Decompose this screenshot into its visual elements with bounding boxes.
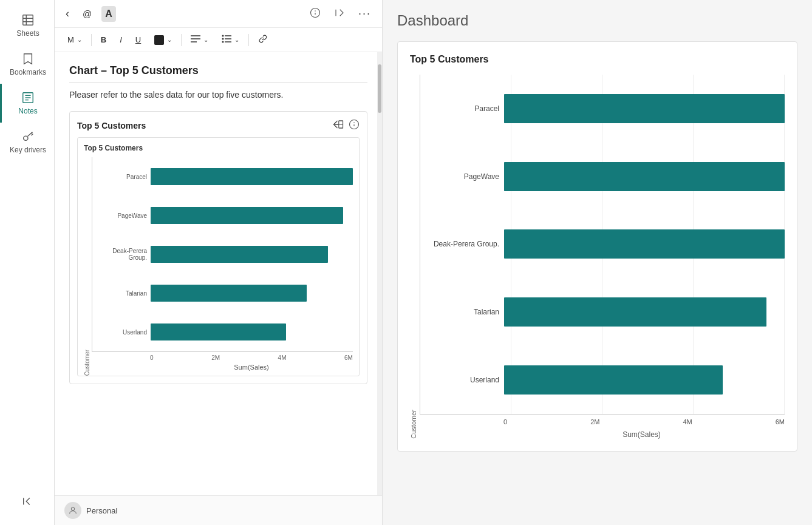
more-button[interactable]: ··· xyxy=(355,5,375,22)
sidebar-item-sheets[interactable]: Sheets xyxy=(0,6,54,45)
mini-chart-wrap: Top 5 Customers Customer Paracel PageWav… xyxy=(77,137,360,376)
list-item: Userland xyxy=(420,363,785,397)
mini-y-axis-label: Customer xyxy=(84,350,90,376)
mini-bars-area: Paracel PageWave Deak-Perera Group. xyxy=(92,157,353,352)
back-button[interactable]: ‹ xyxy=(62,5,73,22)
list-icon xyxy=(222,35,231,45)
list-item: Paracel xyxy=(420,92,785,126)
personal-footer: Personal xyxy=(55,495,382,525)
more-icon: ··· xyxy=(358,7,371,20)
embedded-chart-card: Top 5 Customers Top 5 Customers Customer xyxy=(69,111,367,384)
sheets-icon xyxy=(21,13,35,27)
italic-icon: I xyxy=(120,35,122,44)
mini-bar-talarian xyxy=(151,285,307,302)
sidebar-item-notes[interactable]: Notes xyxy=(0,84,54,123)
svg-line-10 xyxy=(31,132,33,134)
svg-point-21 xyxy=(222,35,224,37)
at-icon: @ xyxy=(83,8,92,19)
mini-x-axis: 0 2M 4M 6M xyxy=(92,352,353,362)
at-button[interactable]: @ xyxy=(79,6,95,21)
sidebar: Sheets Bookmarks Notes Key drivers xyxy=(0,0,55,525)
sidebar-item-sheets-label: Sheets xyxy=(16,29,39,38)
personal-label: Personal xyxy=(86,506,117,515)
list-dropdown[interactable]: ⌄ xyxy=(216,32,245,48)
notes-icon xyxy=(21,91,35,104)
svg-rect-0 xyxy=(23,15,33,25)
info-button[interactable] xyxy=(306,5,324,22)
align-icon xyxy=(191,35,200,45)
back-icon: ‹ xyxy=(66,7,69,20)
list-item: Deak-Perera Group. xyxy=(92,246,353,263)
style-dropdown[interactable]: M ⌄ xyxy=(62,32,87,47)
sidebar-item-bookmarks[interactable]: Bookmarks xyxy=(0,45,54,84)
skip-icon xyxy=(334,7,345,20)
underline-icon: U xyxy=(135,35,141,44)
notes-body: Pleaser refer to the sales data for our … xyxy=(69,89,367,101)
dashboard-title: Dashboard xyxy=(397,12,797,29)
skip-button[interactable] xyxy=(330,5,349,22)
chart-card-header: Top 5 Customers xyxy=(77,119,360,132)
sidebar-item-key-drivers[interactable]: Key drivers xyxy=(0,123,54,161)
bold-button[interactable]: B xyxy=(95,32,112,47)
main-bar-pagewave xyxy=(504,162,785,191)
list-chevron-icon: ⌄ xyxy=(234,36,239,43)
svg-point-23 xyxy=(222,38,224,40)
list-item: Deak-Perera Group. xyxy=(420,227,785,261)
list-item: Userland xyxy=(92,323,353,340)
chart-info-icon[interactable] xyxy=(349,119,360,132)
sidebar-item-collapse[interactable] xyxy=(15,487,39,518)
mini-bar-deakperera xyxy=(151,246,328,263)
color-dropdown[interactable]: ⌄ xyxy=(149,32,177,48)
main-chart-inner: Paracel PageWave Deak-Perera Group. Tala… xyxy=(420,75,785,439)
chart-card-title: Top 5 Customers xyxy=(77,121,333,130)
dashboard-chart-title: Top 5 Customers xyxy=(410,54,785,65)
A-button[interactable]: A xyxy=(101,6,116,22)
list-item: Paracel xyxy=(92,168,353,185)
align-dropdown[interactable]: ⌄ xyxy=(185,32,214,48)
notes-content-area[interactable]: Chart – Top 5 Customers Pleaser refer to… xyxy=(55,52,382,495)
main-y-axis-label: Customer xyxy=(410,410,417,439)
scroll-thumb[interactable] xyxy=(378,64,381,113)
scrollbar[interactable] xyxy=(377,52,382,495)
link-button[interactable] xyxy=(253,32,273,48)
toolbar-format: M ⌄ B I U ⌄ ⌄ ⌄ xyxy=(55,28,382,52)
middle-panel: ‹ @ A ··· M ⌄ B xyxy=(55,0,383,525)
svg-point-25 xyxy=(222,41,224,43)
divider-2 xyxy=(181,34,182,46)
bookmarks-icon xyxy=(21,52,35,66)
style-chevron-icon: ⌄ xyxy=(77,36,82,43)
avatar xyxy=(64,502,81,519)
underline-button[interactable]: U xyxy=(130,32,146,47)
main-bar-userland xyxy=(504,365,723,395)
mini-chart-area: Customer Paracel PageWave xyxy=(84,157,353,376)
bold-icon: B xyxy=(101,35,106,44)
main-bar-talarian xyxy=(504,297,766,327)
main-chart: Customer Paracel PageWave Deak-Perera Gr… xyxy=(410,75,785,439)
color-box-icon xyxy=(154,35,164,45)
notes-title: Chart – Top 5 Customers xyxy=(69,64,367,83)
collapse-icon xyxy=(21,495,35,508)
italic-button[interactable]: I xyxy=(114,32,128,47)
export-icon[interactable] xyxy=(333,119,344,132)
key-drivers-icon xyxy=(21,130,35,143)
dashboard-panel: Dashboard Top 5 Customers Customer Parac… xyxy=(383,0,812,525)
svg-point-32 xyxy=(71,507,74,510)
mini-bar-userland xyxy=(151,323,286,340)
divider-3 xyxy=(248,34,249,46)
main-bar-deakperera xyxy=(504,229,785,259)
divider-1 xyxy=(91,34,92,46)
mini-bar-paracel xyxy=(151,168,353,185)
sidebar-item-key-drivers-label: Key drivers xyxy=(10,146,46,154)
list-item: Talarian xyxy=(420,295,785,329)
main-bar-paracel xyxy=(504,94,785,123)
a-icon: A xyxy=(105,8,112,19)
sidebar-item-bookmarks-label: Bookmarks xyxy=(10,68,46,76)
color-chevron-icon: ⌄ xyxy=(167,36,172,43)
svg-line-11 xyxy=(32,134,33,135)
main-x-axis: 0 2M 4M 6M xyxy=(420,415,785,428)
sidebar-item-notes-label: Notes xyxy=(18,107,37,115)
svg-point-31 xyxy=(354,123,355,123)
list-item: Talarian xyxy=(92,285,353,302)
main-x-axis-label: Sum(Sales) xyxy=(420,428,785,439)
mini-chart-subtitle: Top 5 Customers xyxy=(84,144,353,152)
